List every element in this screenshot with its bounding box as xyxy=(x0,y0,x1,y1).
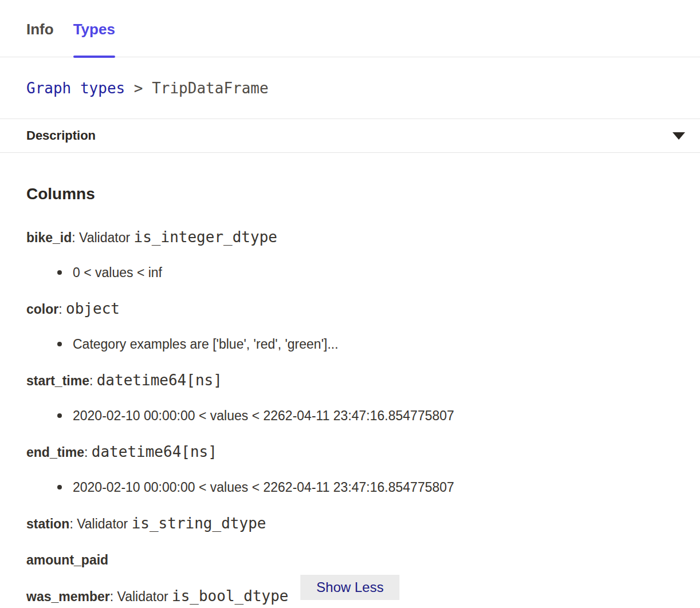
description-label: Description xyxy=(26,128,96,143)
tab-info[interactable]: Info xyxy=(26,21,54,57)
bullet-dot xyxy=(57,342,62,346)
column-dtype: is_bool_dtype xyxy=(172,587,289,605)
column-colon: : xyxy=(110,589,117,604)
column-dtype: datetime64[ns] xyxy=(97,372,222,389)
column-bullets: 2020-02-10 00:00:00 < values < 2262-04-1… xyxy=(26,407,674,424)
bullet-text: 2020-02-10 00:00:00 < values < 2262-04-1… xyxy=(73,479,454,496)
column-name: was_member xyxy=(26,589,110,604)
tab-types[interactable]: Types xyxy=(73,21,115,57)
bullet-text: 2020-02-10 00:00:00 < values < 2262-04-1… xyxy=(73,407,454,424)
columns-list: bike_id: Validator is_integer_dtype 0 < … xyxy=(26,228,674,605)
bullet-item: 2020-02-10 00:00:00 < values < 2262-04-1… xyxy=(26,407,674,424)
column-entry: bike_id: Validator is_integer_dtype 0 < … xyxy=(26,228,674,281)
column-colon: : xyxy=(84,445,92,460)
column-definition: color: object xyxy=(26,300,674,318)
tab-bar: Info Types xyxy=(0,0,700,57)
column-dtype: is_string_dtype xyxy=(132,515,266,532)
column-bullets: 0 < values < inf xyxy=(26,264,674,281)
tab-types-label: Types xyxy=(73,21,115,38)
column-name: start_time xyxy=(26,373,89,388)
caret-down-icon[interactable] xyxy=(673,132,685,140)
column-validator-prefix: Validator xyxy=(117,589,172,604)
bullet-dot xyxy=(57,413,62,418)
column-definition: bike_id: Validator is_integer_dtype xyxy=(26,228,674,246)
column-validator-prefix: Validator xyxy=(77,516,131,531)
column-name: color xyxy=(26,302,58,317)
bullet-text: Category examples are ['blue', 'red', 'g… xyxy=(73,335,339,353)
column-colon: : xyxy=(58,302,66,317)
columns-section: Columns bike_id: Validator is_integer_dt… xyxy=(0,153,700,605)
types-page: Info Types Graph types > TripDataFrame D… xyxy=(0,0,700,608)
column-definition: amount_paid xyxy=(26,551,674,568)
column-entry: start_time: datetime64[ns] 2020-02-10 00… xyxy=(26,372,674,424)
column-definition: start_time: datetime64[ns] xyxy=(26,372,674,389)
column-colon: : xyxy=(72,230,79,245)
column-dtype: object xyxy=(66,300,120,317)
description-header[interactable]: Description xyxy=(0,119,700,153)
breadcrumb-current: TripDataFrame xyxy=(152,80,269,97)
breadcrumb-link-graph-types[interactable]: Graph types xyxy=(26,80,125,97)
column-definition: end_time: datetime64[ns] xyxy=(26,443,674,461)
bullet-dot xyxy=(57,270,62,275)
column-entry: amount_paid xyxy=(26,551,674,568)
column-name: station xyxy=(26,516,69,531)
active-tab-underline xyxy=(73,56,115,58)
column-entry: end_time: datetime64[ns] 2020-02-10 00:0… xyxy=(26,443,674,496)
tab-info-label: Info xyxy=(26,21,54,38)
column-definition: station: Validator is_string_dtype xyxy=(26,515,674,532)
column-entry: color: object Category examples are ['bl… xyxy=(26,300,674,353)
column-name: amount_paid xyxy=(26,552,108,567)
show-less-button[interactable]: Show Less xyxy=(300,575,399,600)
columns-heading: Columns xyxy=(26,184,674,204)
column-validator-prefix: Validator xyxy=(79,230,133,245)
column-bullets: Category examples are ['blue', 'red', 'g… xyxy=(26,335,674,353)
column-dtype: datetime64[ns] xyxy=(92,443,217,460)
bullet-dot xyxy=(57,485,62,489)
breadcrumb-separator: > xyxy=(125,80,152,97)
bullet-item: 2020-02-10 00:00:00 < values < 2262-04-1… xyxy=(26,479,674,496)
column-colon: : xyxy=(89,373,97,388)
bullet-text: 0 < values < inf xyxy=(73,264,162,281)
column-name: end_time xyxy=(26,445,84,460)
column-colon: : xyxy=(69,516,77,531)
bullet-item: Category examples are ['blue', 'red', 'g… xyxy=(26,335,674,353)
bullet-item: 0 < values < inf xyxy=(26,264,674,281)
column-entry: station: Validator is_string_dtype xyxy=(26,515,674,532)
column-dtype: is_integer_dtype xyxy=(134,228,277,246)
column-name: bike_id xyxy=(26,230,72,245)
column-bullets: 2020-02-10 00:00:00 < values < 2262-04-1… xyxy=(26,479,674,496)
breadcrumb: Graph types > TripDataFrame xyxy=(0,57,700,119)
